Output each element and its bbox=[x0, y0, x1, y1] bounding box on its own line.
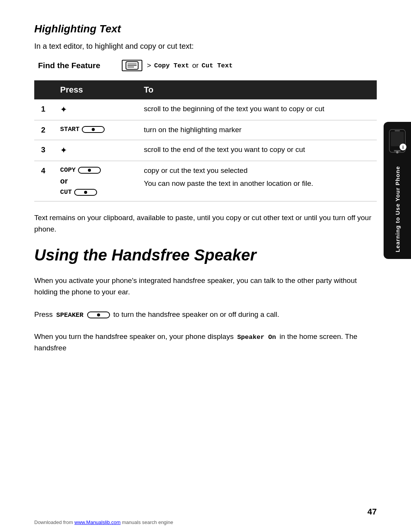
btn-dot bbox=[84, 191, 87, 194]
footer-pre: Downloaded from bbox=[34, 519, 73, 525]
cut-text-label: Cut Text bbox=[202, 62, 233, 69]
table-row: 3 ✦ scroll to the end of the text you wa… bbox=[34, 140, 377, 161]
section-title: Highlighting Text bbox=[34, 23, 377, 35]
row-press-inner: START bbox=[60, 126, 130, 133]
paragraph3: Press SPEAKER to turn the handsfree spea… bbox=[34, 309, 377, 320]
or-label: or bbox=[192, 61, 199, 70]
copy-to-text: copy or cut the text you selected bbox=[144, 166, 370, 175]
footer-post: manuals search engine bbox=[122, 519, 173, 525]
press-table: Press To 1 ✦ scroll to the beginning of … bbox=[34, 80, 377, 201]
side-tab-text: Learning to Use Your Phone bbox=[394, 166, 401, 252]
copy-btn-icon bbox=[78, 167, 101, 174]
row-press: COPY or CUT bbox=[53, 161, 137, 201]
footer-link[interactable]: www.Manualslib.com bbox=[75, 519, 121, 525]
svg-rect-8 bbox=[395, 130, 400, 131]
find-feature-value: > Copy Text or Cut Text bbox=[122, 60, 233, 71]
cut-label: CUT bbox=[60, 189, 72, 196]
row-to: scroll to the end of the text you want t… bbox=[137, 140, 377, 161]
cut-btn-icon bbox=[74, 189, 97, 196]
intro-text: In a text editor, to highlight and copy … bbox=[34, 42, 377, 51]
svg-point-7 bbox=[396, 151, 398, 153]
row-press-cut: CUT bbox=[60, 189, 130, 196]
or-divider: or bbox=[60, 177, 130, 185]
find-feature-label: Find the Feature bbox=[38, 61, 122, 70]
speaker-btn-icon bbox=[87, 312, 110, 318]
row-press: START bbox=[53, 120, 137, 140]
paragraph4: When you turn the handsfree speaker on, … bbox=[34, 331, 377, 354]
page-number: 47 bbox=[368, 507, 377, 517]
btn-dot bbox=[97, 313, 100, 316]
cut-to-text: You can now paste the text in another lo… bbox=[144, 179, 370, 188]
nav-symbol: ✦ bbox=[60, 105, 67, 114]
speaker-keyword: SPEAKER bbox=[56, 312, 83, 319]
speakeron-keyword: Speaker On bbox=[237, 334, 276, 341]
svg-text:i: i bbox=[402, 144, 404, 150]
paragraph3-post: to turn the handsfree speaker on or off … bbox=[113, 310, 279, 318]
col-press: Press bbox=[53, 80, 137, 99]
row-num: 1 bbox=[34, 99, 53, 120]
arrow-symbol: > bbox=[147, 61, 151, 70]
phone-svg: i bbox=[387, 129, 408, 156]
menu-svg-icon bbox=[126, 61, 139, 70]
chapter-title: Using the Handsfree Speaker bbox=[34, 246, 377, 264]
footer: Downloaded from www.Manualslib.com manua… bbox=[34, 519, 173, 525]
start-label: START bbox=[60, 126, 80, 133]
menu-icon bbox=[122, 60, 142, 71]
side-tab: i Learning to Use Your Phone bbox=[384, 122, 411, 259]
btn-dot bbox=[92, 128, 95, 131]
row-to: copy or cut the text you selected You ca… bbox=[137, 161, 377, 201]
find-feature-row: Find the Feature > Copy Text or Cut Text bbox=[34, 60, 377, 71]
row-to: scroll to the beginning of the text you … bbox=[137, 99, 377, 120]
row-num: 3 bbox=[34, 140, 53, 161]
page: Highlighting Text In a text editor, to h… bbox=[0, 0, 411, 532]
col-num bbox=[34, 80, 53, 99]
table-row: 4 COPY or CUT bbox=[34, 161, 377, 201]
col-to: To bbox=[137, 80, 377, 99]
row-num: 2 bbox=[34, 120, 53, 140]
nav-symbol: ✦ bbox=[60, 145, 67, 155]
table-row: 1 ✦ scroll to the beginning of the text … bbox=[34, 99, 377, 120]
table-row: 2 START turn on the highlighting marker bbox=[34, 120, 377, 140]
row-press-inner: COPY bbox=[60, 166, 130, 174]
paragraph1: Text remains on your clipboard, availabl… bbox=[34, 212, 377, 235]
row-press: ✦ bbox=[53, 99, 137, 120]
start-btn-icon bbox=[82, 126, 105, 133]
copy-text-label: Copy Text bbox=[154, 62, 189, 69]
row-press: ✦ bbox=[53, 140, 137, 161]
paragraph3-pre: Press bbox=[34, 310, 53, 318]
row-num: 4 bbox=[34, 161, 53, 201]
row-to: turn on the highlighting marker bbox=[137, 120, 377, 140]
btn-dot bbox=[88, 169, 91, 172]
phone-icon: i bbox=[387, 129, 408, 158]
paragraph4-pre: When you turn the handsfree speaker on, … bbox=[34, 332, 234, 340]
copy-label: COPY bbox=[60, 166, 76, 174]
paragraph2: When you activate your phone's integrate… bbox=[34, 275, 377, 298]
